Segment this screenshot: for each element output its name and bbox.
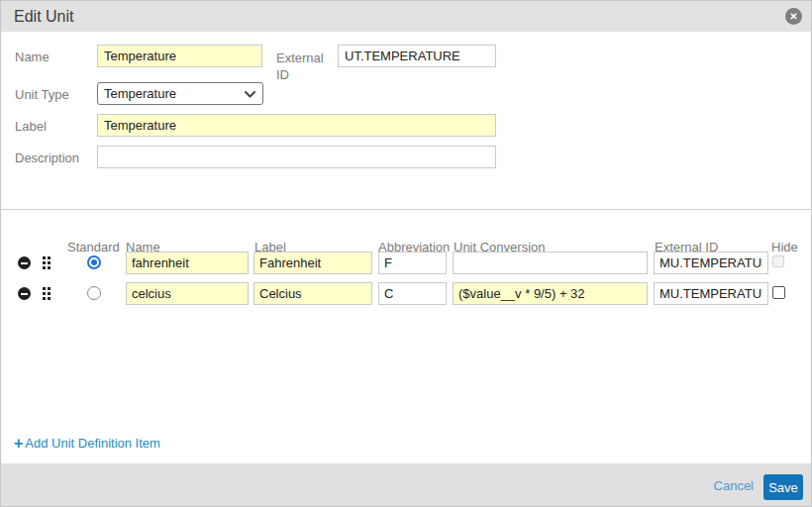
minus-icon — [21, 262, 28, 264]
row-external-id-input[interactable] — [654, 252, 768, 274]
row-abbreviation-input[interactable] — [378, 252, 447, 274]
unit-type-selected-value: Temperature — [104, 86, 176, 101]
row-name-input[interactable] — [126, 282, 249, 305]
remove-row-button[interactable] — [18, 256, 31, 269]
unit-type-label: Unit Type — [15, 87, 69, 102]
row-unit-conversion-input[interactable] — [453, 282, 648, 305]
standard-radio[interactable] — [87, 286, 101, 300]
description-label: Description — [15, 151, 79, 165]
hide-checkbox[interactable] — [772, 286, 785, 299]
hide-checkbox — [772, 255, 784, 267]
footer-bar: Cancel Save — [1, 463, 811, 507]
row-abbreviation-input[interactable] — [378, 282, 447, 305]
add-unit-definition-item-label: Add Unit Definition Item — [25, 436, 160, 451]
minus-icon — [21, 293, 28, 295]
chevron-down-icon — [245, 91, 255, 98]
row-external-id-input[interactable] — [654, 282, 768, 305]
label-label: Label — [15, 119, 47, 134]
drag-handle-icon[interactable] — [43, 287, 51, 300]
plus-icon: + — [14, 436, 23, 451]
cancel-button[interactable]: Cancel — [714, 478, 754, 493]
close-icon: ✕ — [789, 11, 797, 22]
external-id-input[interactable] — [338, 45, 496, 67]
remove-row-button[interactable] — [18, 287, 31, 300]
drag-handle-icon[interactable] — [43, 256, 51, 269]
row-name-input[interactable] — [126, 252, 249, 274]
description-input[interactable] — [97, 146, 496, 168]
row-label-input[interactable] — [254, 252, 372, 274]
col-header-hide: Hide — [771, 240, 798, 254]
edit-unit-dialog: Edit Unit ✕ Name External ID Unit Type T… — [0, 0, 812, 507]
row-unit-conversion-input[interactable] — [453, 252, 648, 274]
label-input[interactable] — [97, 114, 496, 137]
name-input[interactable] — [97, 45, 262, 67]
dialog-title: Edit Unit — [14, 1, 73, 32]
standard-radio[interactable] — [87, 255, 101, 269]
unit-type-select[interactable]: Temperature — [97, 82, 263, 105]
external-id-label: External ID — [276, 50, 330, 83]
close-button[interactable]: ✕ — [785, 8, 802, 25]
col-header-standard: Standard — [67, 240, 120, 254]
save-button[interactable]: Save — [763, 474, 803, 500]
add-unit-definition-item-link[interactable]: + Add Unit Definition Item — [14, 436, 160, 451]
row-label-input[interactable] — [254, 282, 372, 305]
section-divider — [1, 209, 811, 210]
title-bar: Edit Unit ✕ — [1, 1, 811, 32]
name-label: Name — [15, 50, 50, 64]
